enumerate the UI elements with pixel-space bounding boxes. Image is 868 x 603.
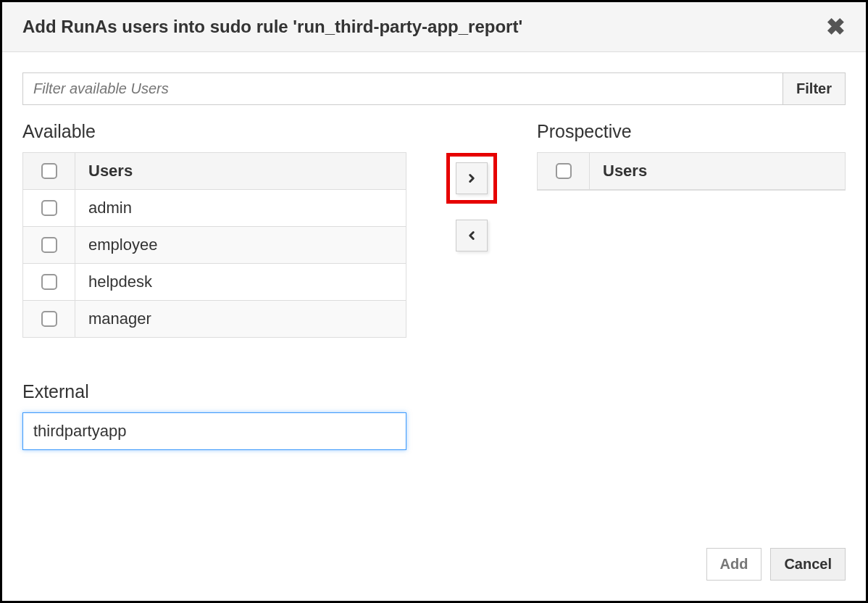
- chevron-left-icon: [465, 229, 478, 242]
- transfer-controls: [406, 121, 537, 450]
- user-cell[interactable]: manager: [75, 301, 406, 337]
- dialog-body: Filter Available Users: [2, 52, 866, 535]
- row-checkbox[interactable]: [41, 237, 57, 253]
- prospective-column-header: Users: [590, 153, 845, 189]
- dialog-footer: Add Cancel: [2, 535, 866, 601]
- prospective-select-all-checkbox[interactable]: [556, 163, 572, 179]
- row-checkbox-cell: [23, 227, 75, 263]
- prospective-table: Users: [537, 152, 846, 191]
- available-heading: Available: [22, 121, 406, 142]
- row-checkbox-cell: [23, 264, 75, 300]
- table-row: manager: [23, 301, 406, 337]
- move-right-button[interactable]: [456, 162, 488, 194]
- prospective-heading: Prospective: [537, 121, 846, 142]
- filter-row: Filter: [22, 72, 846, 105]
- table-row: admin: [23, 190, 406, 227]
- prospective-table-header: Users: [538, 153, 845, 190]
- row-checkbox[interactable]: [41, 274, 57, 290]
- row-checkbox[interactable]: [41, 200, 57, 216]
- external-section: External: [22, 381, 406, 450]
- table-row: helpdesk: [23, 264, 406, 301]
- available-select-all-cell: [23, 153, 75, 189]
- transfer-container: Available Users admin: [22, 121, 846, 450]
- dialog-title: Add RunAs users into sudo rule 'run_thir…: [22, 17, 522, 37]
- available-table-header: Users: [23, 153, 406, 190]
- available-column-header: Users: [75, 153, 406, 189]
- external-input[interactable]: [22, 412, 406, 450]
- prospective-select-all-cell: [538, 153, 590, 189]
- dialog-header: Add RunAs users into sudo rule 'run_thir…: [2, 2, 866, 52]
- row-checkbox-cell: [23, 190, 75, 226]
- filter-button[interactable]: Filter: [783, 72, 846, 105]
- available-table: Users admin employee: [22, 152, 406, 338]
- row-checkbox-cell: [23, 301, 75, 337]
- user-cell[interactable]: employee: [75, 227, 406, 263]
- move-left-button[interactable]: [456, 220, 488, 251]
- row-checkbox[interactable]: [41, 311, 57, 327]
- filter-input[interactable]: [22, 72, 783, 105]
- external-heading: External: [22, 381, 406, 402]
- cancel-button[interactable]: Cancel: [770, 548, 846, 581]
- prospective-column: Prospective Users: [537, 121, 846, 450]
- add-button-highlight: [446, 153, 497, 204]
- chevron-right-icon: [465, 172, 478, 185]
- close-button[interactable]: ✖: [826, 15, 846, 38]
- available-column: Available Users admin: [22, 121, 406, 450]
- user-cell[interactable]: helpdesk: [75, 264, 406, 300]
- add-button[interactable]: Add: [706, 548, 762, 581]
- close-icon: ✖: [826, 14, 846, 40]
- table-row: employee: [23, 227, 406, 264]
- available-select-all-checkbox[interactable]: [41, 163, 57, 179]
- dialog-add-runas-users: Add RunAs users into sudo rule 'run_thir…: [0, 0, 868, 603]
- user-cell[interactable]: admin: [75, 190, 406, 226]
